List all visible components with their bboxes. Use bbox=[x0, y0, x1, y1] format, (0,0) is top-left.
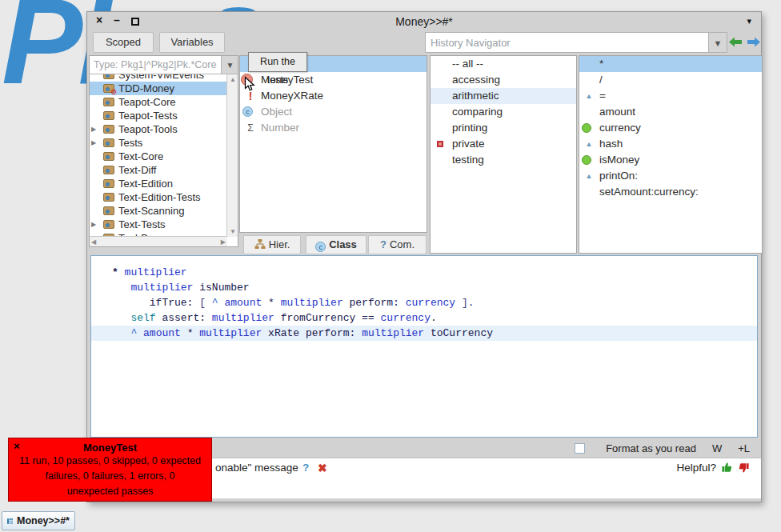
method-item[interactable]: ▲= bbox=[579, 88, 762, 104]
code-editor[interactable]: * multiplier multiplier isNumber ifTrue:… bbox=[90, 255, 758, 438]
protocol-item[interactable]: -- all -- bbox=[431, 56, 576, 72]
package-item[interactable]: Teapot-Tests bbox=[90, 109, 227, 122]
class-item[interactable]: !MoneyXRate bbox=[240, 88, 427, 104]
code-token bbox=[262, 327, 268, 339]
package-label: Text-Tests bbox=[118, 218, 166, 230]
variables-button[interactable]: Variables bbox=[159, 32, 225, 53]
protocol-label: testing bbox=[452, 154, 484, 166]
code-line[interactable]: ^ amount * multiplier xRate perform: mul… bbox=[91, 326, 757, 341]
method-item-selected[interactable]: * bbox=[579, 56, 762, 72]
protocol-item[interactable]: private bbox=[431, 136, 576, 152]
history-navigator-input[interactable] bbox=[425, 32, 709, 53]
thumb-up-icon[interactable] bbox=[721, 462, 733, 474]
sigma-icon: Σ bbox=[243, 120, 258, 136]
code-token: perform: bbox=[350, 297, 399, 309]
wrap-toggle[interactable]: W bbox=[712, 442, 722, 454]
package-item[interactable]: ▶Tests bbox=[90, 136, 227, 150]
line-numbers-toggle[interactable]: +L bbox=[738, 442, 750, 454]
method-item[interactable]: amount bbox=[579, 104, 762, 120]
expander-icon[interactable]: ▶ bbox=[91, 218, 96, 231]
package-item[interactable]: ⚙TDD-Money bbox=[90, 82, 227, 95]
code-token: amount bbox=[143, 327, 181, 339]
hierarchy-button[interactable]: Hier. bbox=[243, 235, 301, 254]
method-item[interactable]: setAmount:currency: bbox=[579, 184, 762, 200]
package-filter-input[interactable] bbox=[90, 56, 221, 74]
title-bar[interactable]: × – Money>>#* ▾ bbox=[87, 12, 761, 31]
scroll-left-icon[interactable]: ◀ bbox=[91, 238, 96, 246]
scroll-right-icon[interactable]: ▶ bbox=[221, 238, 226, 246]
code-token: * bbox=[181, 327, 199, 339]
protocol-item[interactable]: testing bbox=[431, 152, 576, 168]
format-checkbox[interactable] bbox=[575, 443, 585, 454]
vertical-scrollbar[interactable]: ▲ ▼ bbox=[226, 74, 238, 237]
protocol-item[interactable]: accessing bbox=[431, 72, 576, 88]
package-icon bbox=[103, 138, 114, 147]
class-side-button[interactable]: cClass bbox=[306, 235, 366, 254]
method-item[interactable]: / bbox=[579, 72, 762, 88]
method-item[interactable]: currency bbox=[579, 120, 762, 136]
package-item[interactable]: Teapot-Core bbox=[90, 95, 227, 109]
code-token: fromCurrency bbox=[281, 312, 356, 324]
scoped-button[interactable]: Scoped bbox=[93, 32, 154, 53]
package-item[interactable]: Text-Scanning bbox=[90, 204, 227, 218]
code-token: toCurrency bbox=[431, 327, 493, 339]
window-title: Money>>#* bbox=[87, 15, 761, 28]
package-item[interactable]: ▶Teapot-Tools bbox=[90, 122, 227, 136]
package-item[interactable]: Text-Diff bbox=[90, 163, 227, 177]
critique-message[interactable]: onable" message bbox=[215, 462, 298, 474]
package-item[interactable]: Text-Edition bbox=[90, 177, 227, 190]
scroll-up-icon[interactable]: ▲ bbox=[230, 76, 236, 83]
expander-icon[interactable]: ▶ bbox=[91, 122, 96, 136]
protocol-item[interactable]: comparing bbox=[431, 104, 576, 120]
horizontal-scrollbar[interactable]: ◀ ▶ bbox=[90, 236, 227, 246]
class-item[interactable]: ΣNumber bbox=[240, 120, 427, 136]
code-token: currency bbox=[406, 297, 455, 309]
package-item[interactable]: Text-Edition-Tests bbox=[90, 190, 227, 204]
code-line[interactable]: self assert: multiplier fromCurrency == … bbox=[91, 310, 757, 326]
history-back-icon[interactable] bbox=[728, 36, 743, 48]
method-label: * bbox=[599, 58, 603, 70]
class-label: Object bbox=[261, 106, 292, 118]
critique-help-icon[interactable]: ? bbox=[302, 462, 309, 474]
method-item[interactable]: ▲hash bbox=[579, 136, 762, 152]
code-token: perform: bbox=[306, 327, 355, 339]
test-result-popup[interactable]: × MoneyTest 11 run, 10 passes, 0 skipped… bbox=[8, 438, 212, 502]
code-token: ifTrue: bbox=[150, 297, 194, 309]
package-label: Text-Scanning bbox=[118, 205, 184, 217]
package-label: Teapot-Tests bbox=[118, 110, 178, 122]
com-label: Com. bbox=[390, 238, 415, 250]
code-token: * bbox=[112, 266, 125, 278]
override-icon: ▲ bbox=[582, 88, 596, 104]
method-item[interactable]: ▲printOn: bbox=[579, 168, 762, 184]
critique-close-icon[interactable]: ✖ bbox=[318, 462, 327, 474]
method-item[interactable]: isMoney bbox=[579, 152, 762, 168]
protocol-item-selected[interactable]: arithmetic bbox=[431, 88, 576, 104]
mouse-cursor bbox=[244, 76, 256, 93]
comment-button[interactable]: ?Com. bbox=[368, 235, 427, 254]
package-item[interactable]: ▶Text-Tests bbox=[90, 218, 227, 231]
package-list: System-VMEvents ⚙TDD-Money Teapot-Core T… bbox=[90, 74, 227, 237]
package-label: Teapot-Tools bbox=[118, 123, 178, 135]
scroll-down-icon[interactable]: ▼ bbox=[230, 228, 236, 235]
package-item[interactable]: Text-Core bbox=[90, 150, 227, 163]
code-token bbox=[112, 297, 150, 309]
package-item[interactable]: System-VMEvents bbox=[90, 74, 227, 82]
history-dropdown-icon[interactable]: ▼ bbox=[709, 32, 727, 53]
thumb-down-icon[interactable] bbox=[738, 462, 750, 474]
protocol-item[interactable]: printing bbox=[431, 120, 576, 136]
protocol-label: private bbox=[452, 138, 485, 150]
code-token bbox=[424, 327, 431, 339]
code-token: multiplier bbox=[125, 266, 187, 278]
packages-pane: ▼ System-VMEvents ⚙TDD-Money Teapot-Core… bbox=[89, 55, 238, 247]
filter-dropdown-icon[interactable]: ▼ bbox=[221, 56, 238, 74]
package-label: System-VMEvents bbox=[118, 74, 204, 81]
popup-close-icon[interactable]: × bbox=[14, 440, 20, 452]
code-line[interactable]: multiplier isNumber bbox=[91, 280, 757, 295]
history-forward-icon[interactable] bbox=[747, 36, 761, 48]
taskbar-item[interactable]: Money>>#* bbox=[2, 511, 75, 530]
expander-icon[interactable]: ▶ bbox=[91, 136, 96, 150]
window-menu-icon[interactable]: ▾ bbox=[747, 16, 751, 26]
code-line[interactable]: ifTrue: [ ^ amount * multiplier perform:… bbox=[91, 295, 757, 310]
code-line[interactable]: * multiplier bbox=[91, 265, 757, 280]
class-item[interactable]: cObject bbox=[240, 104, 427, 120]
